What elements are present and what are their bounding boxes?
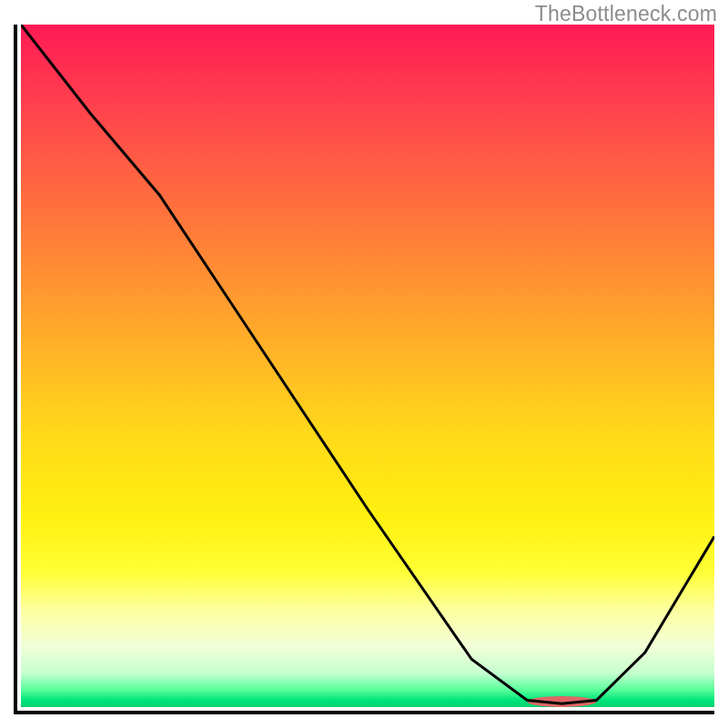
chart-svg	[21, 25, 714, 707]
watermark-text: TheBottleneck.com	[535, 2, 717, 26]
bottleneck-curve	[21, 25, 714, 703]
plot-area	[14, 25, 714, 714]
chart-container: TheBottleneck.com	[0, 0, 728, 728]
